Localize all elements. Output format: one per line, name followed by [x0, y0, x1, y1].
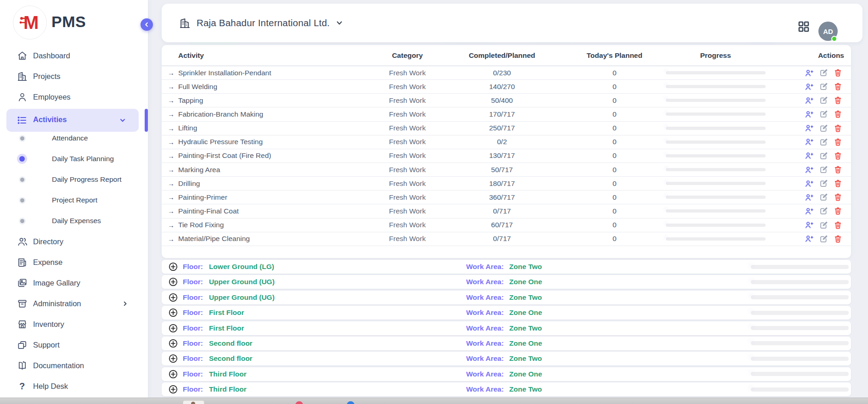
delete-button[interactable]: [834, 82, 842, 91]
assign-user-button[interactable]: [805, 165, 814, 174]
arrow-right-icon[interactable]: →: [168, 135, 175, 149]
assign-user-button[interactable]: [805, 151, 814, 160]
sidebar-item-daily-expenses[interactable]: Daily Expenses: [0, 213, 139, 228]
table-row[interactable]: → Lifting Fresh Work 250/717 0: [162, 122, 851, 135]
table-row[interactable]: → Tie Rod Fixing Fresh Work 60/717 0: [162, 219, 851, 232]
expand-plus-icon[interactable]: [169, 385, 178, 394]
sidebar-item-projects[interactable]: Projects: [0, 68, 139, 84]
edit-button[interactable]: [819, 165, 828, 174]
sidebar-item-help-desk[interactable]: ? Help Desk: [0, 378, 139, 394]
assign-user-button[interactable]: [805, 110, 814, 119]
sidebar-item-expense[interactable]: Expense: [0, 254, 139, 270]
sidebar-item-support[interactable]: Support: [0, 337, 139, 353]
sidebar-collapse-button[interactable]: [141, 18, 153, 31]
company-selector[interactable]: Raja Bahadur International Ltd.: [179, 4, 343, 42]
delete-button[interactable]: [834, 110, 842, 118]
table-row[interactable]: → Tapping Fresh Work 50/400 0: [162, 94, 851, 107]
table-row[interactable]: → Marking Area Fresh Work 50/717 0: [162, 163, 851, 177]
expand-plus-icon[interactable]: [169, 262, 178, 271]
edit-button[interactable]: [819, 193, 828, 202]
delete-button[interactable]: [834, 179, 842, 188]
arrow-right-icon[interactable]: →: [168, 80, 175, 93]
dock-photo-app-icon[interactable]: [183, 400, 204, 404]
dock-red-app-icon[interactable]: [295, 401, 303, 404]
sidebar-item-image-gallary[interactable]: Image Gallary: [0, 275, 139, 291]
delete-button[interactable]: [834, 152, 842, 160]
expand-plus-icon[interactable]: [169, 308, 178, 317]
activity-category: Fresh Work: [361, 107, 453, 121]
arrow-right-icon[interactable]: →: [168, 191, 175, 204]
assign-user-button[interactable]: [805, 68, 814, 78]
edit-button[interactable]: [819, 82, 828, 91]
edit-button[interactable]: [819, 110, 828, 118]
sidebar-item-documentation[interactable]: Documentation: [0, 358, 139, 373]
table-row[interactable]: → Sprinkler Installation-Pendant Fresh W…: [162, 66, 851, 80]
sidebar-item-activities[interactable]: Activities: [6, 109, 139, 132]
table-row[interactable]: → Painting-First Coat (Fire Red) Fresh W…: [162, 149, 851, 163]
arrow-right-icon[interactable]: →: [168, 107, 175, 121]
arrow-right-icon[interactable]: →: [168, 94, 175, 107]
delete-button[interactable]: [834, 124, 842, 133]
edit-button[interactable]: [819, 179, 828, 188]
edit-button[interactable]: [819, 221, 828, 230]
table-row[interactable]: → Fabrication-Branch Making Fresh Work 1…: [162, 107, 851, 121]
table-row[interactable]: → Painting-Final Coat Fresh Work 0/717 0: [162, 204, 851, 218]
arrow-right-icon[interactable]: →: [168, 66, 175, 79]
assign-user-button[interactable]: [805, 137, 814, 146]
apps-grid-button[interactable]: [797, 20, 810, 33]
delete-button[interactable]: [834, 235, 842, 243]
assign-user-button[interactable]: [805, 234, 814, 243]
delete-button[interactable]: [834, 221, 842, 230]
delete-button[interactable]: [834, 165, 842, 174]
table-row[interactable]: → Drilling Fresh Work 180/717 0: [162, 177, 851, 191]
table-row[interactable]: → Hydraulic Pressure Testing Fresh Work …: [162, 135, 851, 149]
assign-user-button[interactable]: [805, 207, 814, 216]
edit-button[interactable]: [819, 235, 828, 243]
sidebar-item-daily-task-planning[interactable]: Daily Task Planning: [0, 152, 139, 166]
arrow-right-icon[interactable]: →: [168, 204, 175, 218]
sidebar-item-directory[interactable]: Directory: [0, 234, 139, 249]
sidebar-item-daily-progress-report[interactable]: Daily Progress Report: [0, 172, 139, 187]
delete-button[interactable]: [834, 207, 842, 215]
delete-button[interactable]: [834, 138, 842, 146]
edit-button[interactable]: [819, 96, 828, 105]
assign-user-button[interactable]: [805, 96, 814, 105]
expand-plus-icon[interactable]: [169, 370, 178, 379]
overlap-squares-icon: [17, 339, 28, 350]
dock-blue-app-icon[interactable]: [347, 401, 355, 404]
edit-button[interactable]: [819, 124, 828, 133]
delete-button[interactable]: [834, 193, 842, 202]
arrow-right-icon[interactable]: →: [168, 219, 175, 232]
edit-button[interactable]: [819, 68, 828, 77]
assign-user-button[interactable]: [805, 123, 814, 133]
expand-plus-icon[interactable]: [169, 293, 178, 302]
table-row[interactable]: → Full Welding Fresh Work 140/270 0: [162, 80, 851, 94]
sidebar-item-inventory[interactable]: Inventory: [0, 316, 139, 332]
sidebar-item-employees[interactable]: Employees: [0, 89, 139, 105]
expand-plus-icon[interactable]: [169, 324, 178, 333]
arrow-right-icon[interactable]: →: [168, 177, 175, 190]
expand-plus-icon[interactable]: [169, 354, 178, 363]
assign-user-button[interactable]: [805, 82, 814, 91]
table-row[interactable]: → Painting-Primer Fresh Work 360/717 0: [162, 191, 851, 204]
expand-plus-icon[interactable]: [169, 339, 178, 348]
expand-plus-icon[interactable]: [169, 277, 178, 286]
assign-user-button[interactable]: [805, 220, 814, 230]
edit-button[interactable]: [819, 152, 828, 160]
assign-user-button[interactable]: [805, 179, 814, 188]
row-actions: [805, 107, 842, 121]
edit-button[interactable]: [819, 138, 828, 146]
arrow-right-icon[interactable]: →: [168, 122, 175, 135]
arrow-right-icon[interactable]: →: [168, 163, 175, 176]
edit-button[interactable]: [819, 207, 828, 215]
arrow-right-icon[interactable]: →: [168, 149, 175, 163]
assign-user-button[interactable]: [805, 193, 814, 202]
sidebar-item-project-report[interactable]: Project Report: [0, 193, 139, 208]
table-row[interactable]: → Material/Pipe Cleaning Fresh Work 0/71…: [162, 232, 851, 246]
arrow-right-icon[interactable]: →: [168, 232, 175, 246]
sidebar-item-administration[interactable]: Administration: [0, 296, 139, 311]
sidebar-item-attendance[interactable]: Attendance: [0, 131, 139, 146]
delete-button[interactable]: [834, 68, 842, 77]
sidebar-item-dashboard[interactable]: Dashboard: [0, 48, 139, 63]
delete-button[interactable]: [834, 96, 842, 105]
